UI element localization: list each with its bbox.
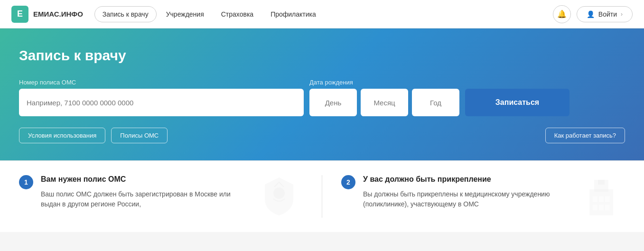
info-card-2: 2 У вас должно быть прикрепление Вы долж… xyxy=(322,175,625,218)
submit-button[interactable]: Записаться xyxy=(465,89,569,116)
date-inputs xyxy=(309,89,459,116)
coat-of-arms-icon xyxy=(255,175,303,218)
info-text-2: Вы должны быть прикреплены к медицинском… xyxy=(363,189,570,209)
login-label: Войти xyxy=(598,10,617,18)
year-input[interactable] xyxy=(412,89,459,116)
dob-label: Дата рождения xyxy=(309,79,459,86)
info-section: 1 Вам нужен полис ОМС Ваш полис ОМС долж… xyxy=(0,160,644,232)
info-title-2: У вас должно быть прикрепление xyxy=(363,175,570,184)
building-icon xyxy=(578,175,625,218)
policy-label: Номер полиса ОМС xyxy=(19,79,304,86)
month-input[interactable] xyxy=(361,89,408,116)
info-title-1: Вам нужен полис ОМС xyxy=(41,175,248,184)
how-works-button[interactable]: Как работает запись? xyxy=(545,128,625,143)
info-number-2: 2 xyxy=(341,175,355,189)
day-input[interactable] xyxy=(309,89,357,116)
svg-rect-8 xyxy=(599,205,604,210)
logo-icon: Е xyxy=(11,6,28,23)
info-number-1: 1 xyxy=(19,175,33,189)
info-text-1: Ваш полис ОМС должен быть зарегистрирова… xyxy=(41,189,248,209)
svg-rect-3 xyxy=(598,180,605,185)
hero-section: Запись к врачу Номер полиса ОМС Дата рож… xyxy=(0,28,644,160)
bottom-left-buttons: Условия использования Полисы ОМС xyxy=(19,128,168,143)
svg-rect-5 xyxy=(599,196,604,202)
nav-item-prevention[interactable]: Профилактика xyxy=(263,7,324,22)
header-right: 🔔 👤 Войти › xyxy=(553,5,633,23)
svg-rect-9 xyxy=(605,205,610,210)
chevron-right-icon: › xyxy=(621,11,623,18)
info-card-1: 1 Вам нужен полис ОМС Ваш полис ОМС долж… xyxy=(19,175,322,218)
svg-rect-6 xyxy=(605,196,610,202)
nav-item-appointment[interactable]: Запись к врачу xyxy=(94,6,157,22)
logo-text: ЕМИАС.ИНФО xyxy=(33,10,83,18)
login-button[interactable]: 👤 Войти › xyxy=(577,6,633,22)
terms-button[interactable]: Условия использования xyxy=(19,128,105,143)
policy-input[interactable] xyxy=(19,89,304,116)
notification-bell-button[interactable]: 🔔 xyxy=(553,5,571,23)
info-content-1: Вам нужен полис ОМС Ваш полис ОМС должен… xyxy=(41,175,248,218)
svg-rect-7 xyxy=(593,205,597,210)
page-title: Запись к врачу xyxy=(19,47,625,64)
policy-field-group: Номер полиса ОМС xyxy=(19,79,304,116)
nav-item-institutions[interactable]: Учреждения xyxy=(159,7,212,22)
svg-rect-1 xyxy=(589,189,613,215)
appointment-form-row: Номер полиса ОМС Дата рождения Записатьс… xyxy=(19,79,625,116)
logo-container[interactable]: Е ЕМИАС.ИНФО xyxy=(11,6,83,23)
header: Е ЕМИАС.ИНФО Запись к врачу Учреждения С… xyxy=(0,0,644,28)
policies-button[interactable]: Полисы ОМС xyxy=(111,128,168,143)
svg-point-0 xyxy=(273,187,285,199)
svg-rect-4 xyxy=(593,196,597,202)
hero-bottom-row: Условия использования Полисы ОМС Как раб… xyxy=(19,128,625,143)
dob-field-group: Дата рождения xyxy=(309,79,459,116)
info-content-2: У вас должно быть прикрепление Вы должны… xyxy=(363,175,570,218)
nav: Запись к врачу Учреждения Страховка Проф… xyxy=(94,6,553,22)
nav-item-insurance[interactable]: Страховка xyxy=(214,7,261,22)
user-icon: 👤 xyxy=(587,10,595,18)
